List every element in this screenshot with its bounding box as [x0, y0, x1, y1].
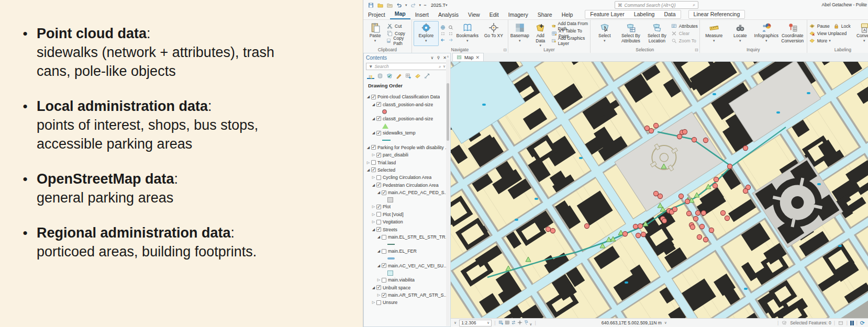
- expand-icon[interactable]: ▷: [371, 205, 376, 209]
- redo-icon-chevron[interactable]: ▾: [419, 3, 421, 7]
- coords-chevron-icon[interactable]: ∨: [664, 321, 667, 325]
- collapse-icon[interactable]: ◢: [376, 249, 381, 253]
- layer-tree-item[interactable]: ◢main.EL_FER: [364, 247, 450, 255]
- ribbon-tab-insert[interactable]: Insert: [410, 10, 433, 19]
- expand-icon[interactable]: ▷: [376, 293, 381, 297]
- list-by-data-source-icon[interactable]: [376, 72, 384, 79]
- onscreen-tools-icon[interactable]: [523, 320, 529, 325]
- map-scale-select[interactable]: 1:2.306 ∨: [459, 320, 492, 326]
- layer-tree-item[interactable]: ◢Point-cloud Classification Data: [364, 93, 450, 100]
- layer-tree-item[interactable]: ◢Selected: [364, 166, 450, 174]
- layer-tree-item[interactable]: ◢Parking for People with disability [imp…: [364, 144, 450, 151]
- select-by-attributes-button[interactable]: Select By Attributes: [618, 21, 643, 46]
- dropdown-chevron-icon[interactable]: ▾: [374, 39, 376, 43]
- dropdown-chevron-icon[interactable]: ▾: [425, 39, 427, 43]
- symbol-blue-line[interactable]: [364, 255, 450, 262]
- bookmarks-button[interactable]: Bookmarks▾: [455, 21, 480, 46]
- snapping-icon[interactable]: [498, 320, 504, 325]
- lock-button[interactable]: Lock: [833, 22, 851, 29]
- cut-button[interactable]: Cut: [386, 22, 402, 29]
- layer-visibility-checkbox[interactable]: [382, 278, 386, 283]
- layer-tree-item[interactable]: ▷Vegitation: [364, 218, 450, 225]
- layer-tree-item[interactable]: ▷Trial.lasd: [364, 159, 450, 166]
- layer-visibility-checkbox[interactable]: [376, 175, 381, 180]
- coordinate-conversion-button[interactable]: Coordinate Conversion: [780, 21, 805, 46]
- collapse-icon[interactable]: ◢: [371, 117, 376, 121]
- zoom-in-extent-icon[interactable]: [440, 29, 446, 35]
- pause-button[interactable]: Pause: [809, 22, 830, 29]
- tools-chevron-icon[interactable]: ∨: [529, 322, 532, 326]
- zoom-out-extent-icon[interactable]: [448, 29, 454, 35]
- expand-icon[interactable]: ▷: [371, 300, 376, 305]
- layer-visibility-checkbox[interactable]: [376, 183, 381, 187]
- list-by-selection-icon[interactable]: [386, 72, 393, 79]
- map-canvas[interactable]: [451, 62, 868, 327]
- measure-button[interactable]: Measure▾: [702, 21, 727, 46]
- pane-pin-icon[interactable]: ⚲: [435, 55, 441, 60]
- layer-visibility-checkbox[interactable]: [382, 190, 386, 195]
- layer-tree-item[interactable]: ◢main.EL_STR_EL_STR_TRA_SG: [364, 233, 450, 241]
- ribbon-tab-edit[interactable]: Edit: [485, 10, 504, 19]
- dropdown-chevron-icon[interactable]: ▾: [713, 39, 715, 43]
- dropdown-chevron-icon[interactable]: ▾: [739, 39, 741, 43]
- layer-visibility-checkbox[interactable]: [382, 235, 386, 240]
- symbol-cyan-square[interactable]: [364, 269, 450, 276]
- layer-visibility-checkbox[interactable]: [376, 220, 381, 224]
- city-map[interactable]: [451, 62, 868, 318]
- crosshair-icon[interactable]: [517, 320, 523, 325]
- dropdown-chevron-icon[interactable]: ▾: [863, 39, 865, 43]
- map-tab[interactable]: Map ✕: [452, 53, 484, 61]
- dialog-launcher-icon[interactable]: ⊡: [695, 48, 698, 52]
- paste-button[interactable]: Paste▾: [365, 21, 385, 46]
- symbol-gray-square[interactable]: [364, 196, 450, 203]
- expand-icon[interactable]: ▷: [376, 278, 381, 282]
- dropdown-chevron-icon[interactable]: ▾: [829, 39, 831, 43]
- expand-icon[interactable]: ▷: [371, 153, 376, 157]
- locate-button[interactable]: Locate▾: [728, 21, 753, 46]
- expand-icon[interactable]: ▷: [371, 220, 376, 224]
- signed-in-user[interactable]: Abel Getachew - Polite: [822, 2, 867, 7]
- contents-search-input[interactable]: ▼ Search ⌕ ∨: [366, 63, 448, 70]
- layer-visibility-checkbox[interactable]: [376, 227, 381, 232]
- more-button[interactable]: More▾: [809, 37, 831, 44]
- layer-visibility-checkbox[interactable]: [382, 293, 386, 298]
- pause-drawing-icon[interactable]: [850, 321, 854, 325]
- convert-button[interactable]: AConvert▾: [852, 21, 868, 46]
- layer-visibility-checkbox[interactable]: [371, 160, 376, 165]
- collapse-icon[interactable]: ◢: [366, 145, 371, 150]
- layer-visibility-checkbox[interactable]: [376, 102, 381, 107]
- layer-tree-item[interactable]: ◢class8_position-and-size: [364, 115, 450, 122]
- basemap-button[interactable]: Basemap▾: [510, 21, 530, 46]
- pane-collapse-icon[interactable]: ∨: [429, 55, 436, 60]
- layer-tree-item[interactable]: ◢Unbuilt space: [364, 284, 450, 291]
- collapse-icon[interactable]: ◢: [371, 103, 376, 107]
- flicker-icon[interactable]: [510, 320, 517, 325]
- layer-visibility-checkbox[interactable]: [376, 131, 381, 136]
- expand-icon[interactable]: ▷: [371, 175, 376, 179]
- refresh-icon[interactable]: ⟳: [860, 320, 865, 326]
- collapse-icon[interactable]: ◢: [371, 131, 376, 135]
- ribbon-tab-feature-layer[interactable]: Feature Layer: [585, 10, 629, 18]
- layer-tree-item[interactable]: ▷main.AR_STR_AR_STR_SUP_SR: [364, 291, 450, 299]
- project-chevron-icon[interactable]: ▾: [446, 3, 448, 7]
- collapse-icon[interactable]: ◢: [376, 190, 381, 195]
- list-by-snapping-icon[interactable]: [405, 72, 412, 79]
- layer-visibility-checkbox[interactable]: [376, 153, 381, 157]
- layer-visibility-checkbox[interactable]: [371, 167, 376, 172]
- ribbon-tab-linear-referencing[interactable]: Linear Referencing: [689, 10, 745, 18]
- dropdown-chevron-icon[interactable]: ▾: [765, 39, 767, 43]
- layer-visibility-checkbox[interactable]: [376, 116, 381, 121]
- collapse-icon[interactable]: ◢: [371, 183, 376, 187]
- project-icon[interactable]: [386, 2, 393, 8]
- symbol-dark-line[interactable]: [364, 241, 450, 247]
- attributes-button[interactable]: 11Attributes: [671, 22, 698, 29]
- copy-path-button[interactable]: Copy Path: [386, 37, 410, 44]
- select-by-location-button[interactable]: Select By Location: [644, 21, 670, 46]
- view-unplaced-button[interactable]: View Unplaced: [809, 30, 847, 37]
- layer-visibility-checkbox[interactable]: [376, 205, 381, 209]
- save-icon[interactable]: [368, 2, 374, 8]
- collapse-icon[interactable]: ◢: [376, 235, 381, 239]
- go-to-xy-button[interactable]: Go To XY: [481, 21, 506, 46]
- next-extent-icon[interactable]: [448, 36, 454, 41]
- dropdown-chevron-icon[interactable]: ▾: [519, 39, 521, 43]
